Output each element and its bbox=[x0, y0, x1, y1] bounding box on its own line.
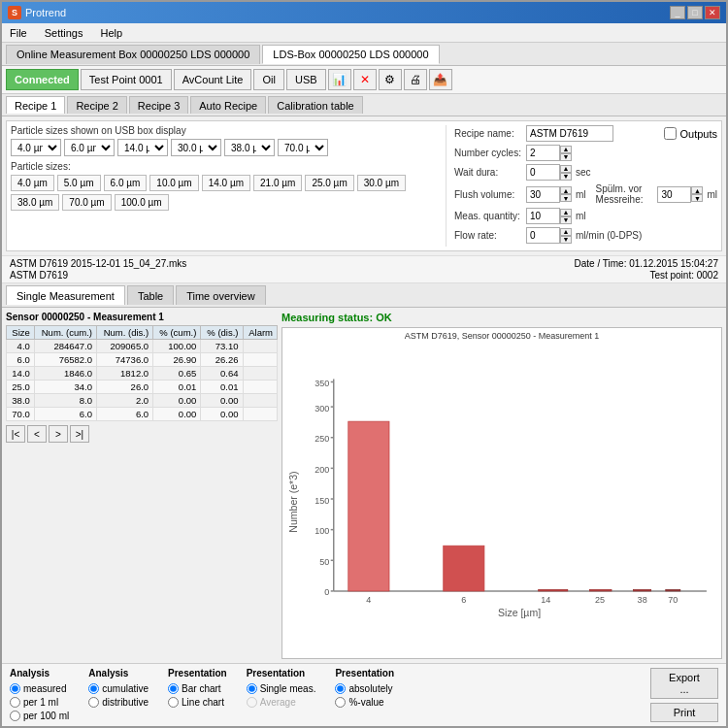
device-tab-1[interactable]: LDS-Box 00000250 LDS 000000 bbox=[262, 45, 439, 64]
sub-tab-2[interactable]: Time overview bbox=[176, 285, 266, 305]
chart-svg: Number (e*3) 0 50 100 150 200 bbox=[282, 341, 721, 651]
meas-quantity-label: Meas. quantity: bbox=[454, 211, 522, 221]
connected-button[interactable]: Connected bbox=[6, 69, 79, 90]
size-select-2[interactable]: 14.0 µm bbox=[117, 139, 168, 156]
print-button[interactable]: Print bbox=[650, 703, 718, 722]
number-cycles-input[interactable] bbox=[526, 145, 560, 161]
svg-text:38: 38 bbox=[638, 595, 647, 605]
spulem-up-btn[interactable]: ▲ bbox=[691, 186, 703, 194]
size-select-1[interactable]: 6.0 µm bbox=[64, 139, 115, 156]
radio-per100ml[interactable] bbox=[10, 711, 20, 721]
outputs-checkbox[interactable] bbox=[664, 127, 677, 140]
size-select-4[interactable]: 38.0 µm bbox=[224, 139, 275, 156]
radio-measured[interactable] bbox=[10, 683, 20, 694]
flush-up-btn[interactable]: ▲ bbox=[560, 186, 572, 194]
recipe-name-input[interactable] bbox=[526, 125, 613, 142]
size-select-3[interactable]: 30.0 µm bbox=[171, 139, 221, 156]
radio-absolutely[interactable] bbox=[335, 683, 346, 694]
minimize-button[interactable]: _ bbox=[670, 6, 685, 19]
svg-text:150: 150 bbox=[314, 496, 329, 506]
spulem-down-btn[interactable]: ▼ bbox=[691, 194, 703, 202]
usb-button[interactable]: USB bbox=[286, 69, 326, 90]
export-button[interactable]: Export ... bbox=[650, 668, 718, 699]
nav-last[interactable]: >| bbox=[70, 425, 89, 443]
recipe-name-label: Recipe name: bbox=[454, 128, 522, 139]
avcount-button[interactable]: AvCount Lite bbox=[174, 69, 252, 90]
radio-linechart[interactable] bbox=[168, 697, 179, 708]
flush-volume-label: Flush volume: bbox=[454, 189, 522, 200]
radio-barchart[interactable] bbox=[168, 683, 179, 694]
maximize-button[interactable]: □ bbox=[687, 6, 703, 19]
wait-dura-input[interactable] bbox=[526, 164, 560, 181]
recipe-name-row: Recipe name: Outputs bbox=[454, 125, 717, 142]
sub-tab-0[interactable]: Single Measurement bbox=[6, 285, 125, 305]
flow-up-btn[interactable]: ▲ bbox=[560, 228, 572, 236]
flush-down-btn[interactable]: ▼ bbox=[560, 194, 572, 202]
chart-panel: Measuring status: OK ASTM D7619, Sensor … bbox=[281, 312, 722, 659]
recipe-tab-2[interactable]: Recipe 3 bbox=[129, 96, 188, 114]
chart-icon-button[interactable]: 📊 bbox=[328, 69, 351, 90]
flush-volume-input[interactable] bbox=[526, 186, 560, 203]
radio-distributive[interactable] bbox=[88, 697, 99, 708]
menu-help[interactable]: Help bbox=[96, 26, 126, 40]
flow-rate-input[interactable] bbox=[526, 227, 560, 244]
pres-title-2: Presentation bbox=[247, 668, 316, 678]
nav-first[interactable]: |< bbox=[6, 425, 25, 443]
spulem-input[interactable] bbox=[657, 186, 691, 203]
date-time-info: Date / Time: 01.12.2015 15:04:27 bbox=[575, 258, 718, 269]
settings-left: Particle sizes shown on USB box display … bbox=[11, 125, 438, 247]
device-tabs: Online Measurement Box 00000250 LDS 0000… bbox=[2, 43, 726, 66]
meas-down-btn[interactable]: ▼ bbox=[560, 216, 572, 224]
device-tab-0[interactable]: Online Measurement Box 00000250 LDS 0000… bbox=[6, 45, 260, 64]
pres-title-3: Presentation bbox=[335, 668, 394, 678]
col-num-cum: Num. (cum.) bbox=[34, 326, 96, 340]
wait-up-btn[interactable]: ▲ bbox=[560, 165, 572, 173]
stop-icon-button[interactable]: ✕ bbox=[353, 69, 377, 90]
svg-rect-20 bbox=[444, 546, 484, 591]
radio-singlemeas[interactable] bbox=[247, 683, 257, 694]
table-row: 4.0284647.0209065.0100.0073.10 bbox=[7, 340, 278, 353]
nav-next[interactable]: > bbox=[49, 425, 68, 443]
size-badge-0: 4.0 µm bbox=[11, 175, 54, 191]
flow-down-btn[interactable]: ▼ bbox=[560, 236, 572, 244]
recipe-tab-1[interactable]: Recipe 2 bbox=[67, 96, 126, 114]
size-select-0[interactable]: 4.0 µm bbox=[11, 139, 61, 156]
nav-prev[interactable]: < bbox=[27, 425, 47, 443]
sub-tab-1[interactable]: Table bbox=[127, 285, 174, 305]
bottom-panel: Analysis measured per 1 ml per 100 ml An… bbox=[2, 663, 726, 726]
radio-per1ml[interactable] bbox=[10, 697, 20, 708]
particle-sizes-grid: 4.0 µm 5.0 µm 6.0 µm 10.0 µm 14.0 µm 21.… bbox=[11, 175, 438, 211]
wait-down-btn[interactable]: ▼ bbox=[560, 173, 572, 181]
meas-up-btn[interactable]: ▲ bbox=[560, 209, 572, 216]
menu-file[interactable]: File bbox=[6, 26, 31, 40]
export-icon-button[interactable]: 📤 bbox=[429, 69, 452, 90]
measuring-status: Measuring status: OK bbox=[281, 312, 722, 323]
size-select-5[interactable]: 70.0 µm bbox=[278, 139, 328, 156]
recipe-tab-4[interactable]: Calibration table bbox=[268, 96, 363, 114]
oil-button[interactable]: Oil bbox=[253, 69, 283, 90]
size-badge-8: 38.0 µm bbox=[11, 194, 59, 211]
analysis-group-1: Analysis measured per 1 ml per 100 ml bbox=[10, 668, 69, 721]
radio-cumulative[interactable] bbox=[88, 683, 99, 694]
svg-text:6: 6 bbox=[461, 595, 466, 605]
size-badge-7: 30.0 µm bbox=[357, 175, 406, 191]
radio-pctvalue[interactable] bbox=[335, 697, 346, 708]
col-alarm: Alarm bbox=[243, 326, 277, 340]
close-button[interactable]: ✕ bbox=[705, 6, 720, 19]
chart-title: ASTM D7619, Sensor 00000250 - Measuremen… bbox=[282, 328, 721, 341]
svg-text:0: 0 bbox=[324, 587, 329, 597]
cycles-down-btn[interactable]: ▼ bbox=[560, 153, 572, 161]
test-point-button[interactable]: Test Point 0001 bbox=[81, 69, 172, 90]
menu-settings[interactable]: Settings bbox=[41, 26, 87, 40]
recipe-tab-0[interactable]: Recipe 1 bbox=[6, 96, 65, 114]
radio-average[interactable] bbox=[247, 697, 257, 708]
cycles-up-btn[interactable]: ▲ bbox=[560, 146, 572, 153]
table-row: 25.034.026.00.010.01 bbox=[7, 381, 278, 394]
svg-text:50: 50 bbox=[319, 557, 329, 567]
table-row: 70.06.06.00.000.00 bbox=[7, 408, 278, 421]
recipe-tab-3[interactable]: Auto Recipe bbox=[190, 96, 266, 114]
settings-icon-button[interactable]: ⚙ bbox=[379, 69, 402, 90]
meas-quantity-input[interactable] bbox=[526, 208, 560, 224]
svg-text:Size [µm]: Size [µm] bbox=[498, 607, 541, 618]
print-icon-button[interactable]: 🖨 bbox=[404, 69, 427, 90]
